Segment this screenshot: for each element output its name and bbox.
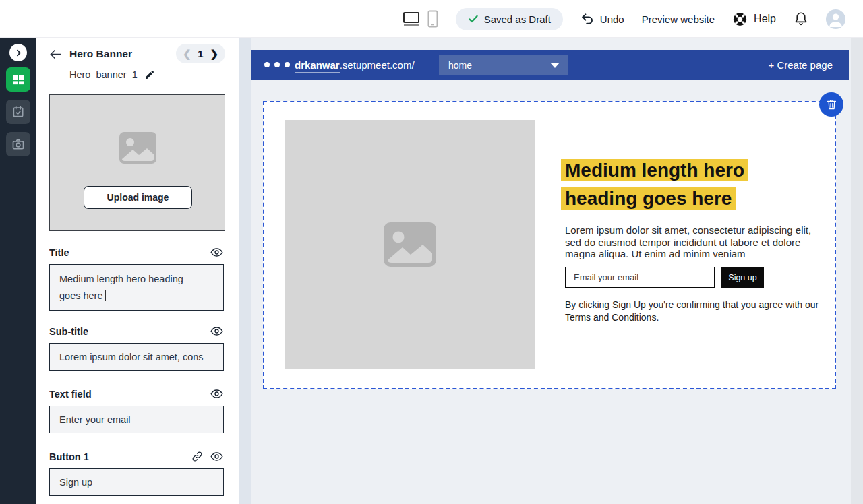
selected-hero-block[interactable]: Medium length hero heading goes here Lor…: [263, 101, 836, 389]
topbar: Saved as Draft Undo Preview website Help: [0, 0, 863, 38]
panel-divider: [239, 38, 251, 504]
title-field-label: Title: [49, 247, 69, 258]
expand-sidebar-button[interactable]: [9, 44, 27, 61]
site-subdomain: drkanwar: [295, 59, 340, 73]
back-arrow-icon[interactable]: [47, 46, 63, 63]
hero-email-input[interactable]: [565, 267, 715, 288]
camera-icon: [11, 137, 25, 151]
pager-prev-icon[interactable]: ❮: [183, 48, 191, 60]
button1-visibility-eye-icon[interactable]: [210, 450, 223, 464]
block-settings-panel: Hero Banner ❮ 1 ❯ Hero_banner_1 Upload i…: [36, 38, 239, 504]
block-name-label: Hero_banner_1: [69, 69, 138, 80]
text-cursor: [105, 290, 107, 301]
pager-page-number: 1: [198, 48, 203, 59]
site-domain: .setupmeet.com/: [340, 59, 415, 71]
sidebar-item-media[interactable]: [6, 132, 30, 156]
undo-label: Undo: [600, 13, 624, 25]
canvas-scrollbar[interactable]: [851, 38, 863, 504]
browser-dots-icon: [264, 62, 290, 67]
textfield-label: Text field: [49, 389, 92, 400]
undo-icon: [581, 12, 594, 26]
sections-grid-icon: [12, 73, 25, 86]
button1-field-label: Button 1: [49, 451, 89, 462]
title-input[interactable]: Medium length hero headinggoes here: [49, 264, 224, 311]
chevron-down-icon: [550, 63, 560, 68]
hero-heading[interactable]: Medium length hero heading goes here: [561, 156, 801, 213]
subtitle-input[interactable]: [49, 343, 224, 371]
hero-signup-button[interactable]: Sign up: [721, 267, 764, 288]
calendar-check-icon: [11, 105, 25, 119]
preview-website-label: Preview website: [642, 13, 715, 25]
hero-signup-form: Sign up: [565, 267, 764, 288]
chevron-right-icon: [14, 49, 23, 57]
image-placeholder-icon: [119, 132, 156, 166]
hero-terms-text[interactable]: By clicking Sign Up you're confirming th…: [565, 298, 825, 323]
subtitle-visibility-eye-icon[interactable]: [210, 325, 223, 338]
sidebar-item-sections[interactable]: [6, 67, 30, 92]
device-preview-toggle: [402, 10, 438, 28]
subtitle-field-label: Sub-title: [49, 326, 88, 337]
help-label: Help: [754, 13, 776, 25]
sidebar-item-bookings[interactable]: [6, 100, 30, 124]
undo-button[interactable]: Undo: [581, 12, 624, 26]
panel-title: Hero Banner: [69, 48, 132, 60]
upload-image-button[interactable]: Upload image: [84, 186, 192, 209]
user-avatar[interactable]: [826, 9, 845, 29]
notifications-bell-icon[interactable]: [794, 11, 808, 27]
site-url-bar: drkanwar.setupmeet.com/ home + Create pa…: [251, 50, 849, 80]
trash-icon: [826, 98, 837, 111]
preview-website-button[interactable]: Preview website: [642, 13, 715, 25]
saved-badge-label: Saved as Draft: [484, 13, 551, 25]
lifebuoy-icon: [732, 11, 748, 27]
button1-link-icon[interactable]: [190, 451, 204, 464]
block-pager: ❮ 1 ❯: [176, 44, 225, 63]
help-button[interactable]: Help: [732, 11, 776, 27]
status-badge: Saved as Draft: [456, 8, 563, 30]
textfield-visibility-eye-icon[interactable]: [210, 387, 223, 401]
email-placeholder-input[interactable]: [49, 406, 224, 433]
image-placeholder-icon: [384, 222, 436, 267]
app-sidebar: [0, 38, 36, 504]
edit-pencil-icon[interactable]: [144, 69, 155, 80]
hero-body-text[interactable]: Lorem ipsum dolor sit amet, consectetur …: [565, 224, 829, 260]
button1-text-input[interactable]: [49, 468, 224, 496]
create-page-button[interactable]: + Create page: [769, 59, 833, 71]
desktop-view-icon[interactable]: [402, 11, 421, 27]
image-upload-dropzone[interactable]: Upload image: [49, 94, 225, 231]
check-icon: [468, 13, 479, 24]
page-dropdown[interactable]: home: [439, 55, 568, 75]
hero-image-placeholder[interactable]: [285, 120, 535, 369]
mobile-view-icon[interactable]: [427, 10, 438, 28]
editor-canvas: drkanwar.setupmeet.com/ home + Create pa…: [251, 38, 863, 504]
pager-next-icon[interactable]: ❯: [210, 48, 218, 60]
page-dropdown-value: home: [448, 60, 472, 71]
title-visibility-eye-icon[interactable]: [210, 246, 223, 259]
site-url: drkanwar.setupmeet.com/: [295, 59, 415, 71]
delete-block-button[interactable]: [819, 92, 843, 117]
